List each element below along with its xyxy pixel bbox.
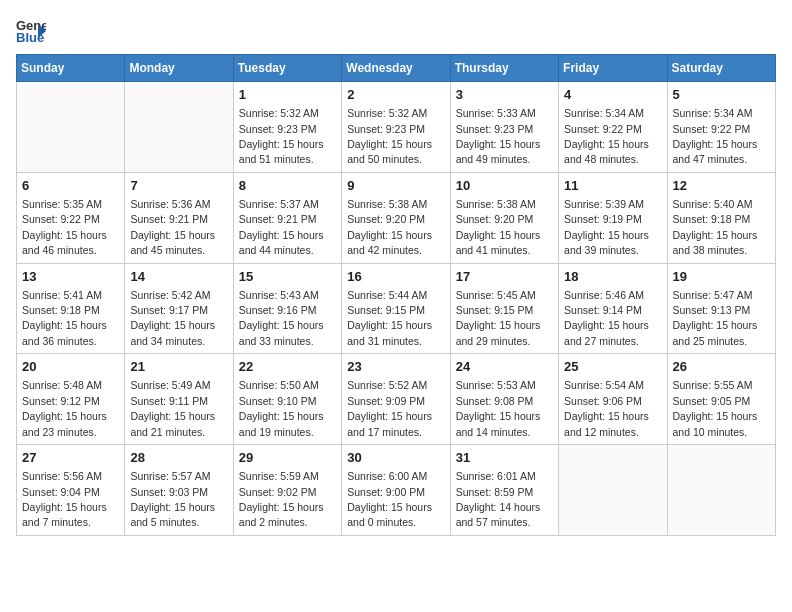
day-info: Sunrise: 5:38 AMSunset: 9:20 PMDaylight:… [347,198,432,256]
day-info: Sunrise: 5:32 AMSunset: 9:23 PMDaylight:… [347,107,432,165]
day-number: 23 [347,358,444,376]
calendar-cell: 21 Sunrise: 5:49 AMSunset: 9:11 PMDaylig… [125,354,233,445]
day-info: Sunrise: 5:59 AMSunset: 9:02 PMDaylight:… [239,470,324,528]
weekday-header-tuesday: Tuesday [233,55,341,82]
weekday-header-wednesday: Wednesday [342,55,450,82]
calendar-cell: 7 Sunrise: 5:36 AMSunset: 9:21 PMDayligh… [125,172,233,263]
day-info: Sunrise: 5:50 AMSunset: 9:10 PMDaylight:… [239,379,324,437]
calendar-cell: 30 Sunrise: 6:00 AMSunset: 9:00 PMDaylig… [342,445,450,536]
calendar-cell: 31 Sunrise: 6:01 AMSunset: 8:59 PMDaylig… [450,445,558,536]
day-number: 12 [673,177,770,195]
day-number: 15 [239,268,336,286]
day-info: Sunrise: 5:34 AMSunset: 9:22 PMDaylight:… [564,107,649,165]
calendar-cell: 3 Sunrise: 5:33 AMSunset: 9:23 PMDayligh… [450,82,558,173]
calendar-cell: 9 Sunrise: 5:38 AMSunset: 9:20 PMDayligh… [342,172,450,263]
weekday-header-monday: Monday [125,55,233,82]
weekday-header-sunday: Sunday [17,55,125,82]
day-info: Sunrise: 5:42 AMSunset: 9:17 PMDaylight:… [130,289,215,347]
day-info: Sunrise: 5:48 AMSunset: 9:12 PMDaylight:… [22,379,107,437]
day-info: Sunrise: 6:01 AMSunset: 8:59 PMDaylight:… [456,470,541,528]
day-number: 1 [239,86,336,104]
day-number: 31 [456,449,553,467]
page-header: General Blue [16,16,776,46]
day-number: 9 [347,177,444,195]
day-info: Sunrise: 5:33 AMSunset: 9:23 PMDaylight:… [456,107,541,165]
day-number: 25 [564,358,661,376]
weekday-header-friday: Friday [559,55,667,82]
calendar-cell: 4 Sunrise: 5:34 AMSunset: 9:22 PMDayligh… [559,82,667,173]
day-info: Sunrise: 5:53 AMSunset: 9:08 PMDaylight:… [456,379,541,437]
calendar-week-5: 27 Sunrise: 5:56 AMSunset: 9:04 PMDaylig… [17,445,776,536]
calendar-cell: 22 Sunrise: 5:50 AMSunset: 9:10 PMDaylig… [233,354,341,445]
day-number: 27 [22,449,119,467]
calendar-cell: 27 Sunrise: 5:56 AMSunset: 9:04 PMDaylig… [17,445,125,536]
day-info: Sunrise: 5:54 AMSunset: 9:06 PMDaylight:… [564,379,649,437]
calendar-cell [125,82,233,173]
calendar-cell: 13 Sunrise: 5:41 AMSunset: 9:18 PMDaylig… [17,263,125,354]
calendar-cell: 20 Sunrise: 5:48 AMSunset: 9:12 PMDaylig… [17,354,125,445]
day-info: Sunrise: 5:47 AMSunset: 9:13 PMDaylight:… [673,289,758,347]
calendar-cell: 10 Sunrise: 5:38 AMSunset: 9:20 PMDaylig… [450,172,558,263]
day-number: 3 [456,86,553,104]
calendar-cell: 19 Sunrise: 5:47 AMSunset: 9:13 PMDaylig… [667,263,775,354]
day-number: 24 [456,358,553,376]
day-info: Sunrise: 5:41 AMSunset: 9:18 PMDaylight:… [22,289,107,347]
calendar-cell [559,445,667,536]
day-number: 14 [130,268,227,286]
day-number: 8 [239,177,336,195]
weekday-header-thursday: Thursday [450,55,558,82]
calendar-cell: 23 Sunrise: 5:52 AMSunset: 9:09 PMDaylig… [342,354,450,445]
calendar-cell: 28 Sunrise: 5:57 AMSunset: 9:03 PMDaylig… [125,445,233,536]
day-info: Sunrise: 5:40 AMSunset: 9:18 PMDaylight:… [673,198,758,256]
day-number: 18 [564,268,661,286]
calendar-week-3: 13 Sunrise: 5:41 AMSunset: 9:18 PMDaylig… [17,263,776,354]
calendar-cell: 1 Sunrise: 5:32 AMSunset: 9:23 PMDayligh… [233,82,341,173]
calendar-cell: 16 Sunrise: 5:44 AMSunset: 9:15 PMDaylig… [342,263,450,354]
day-info: Sunrise: 5:43 AMSunset: 9:16 PMDaylight:… [239,289,324,347]
day-info: Sunrise: 5:32 AMSunset: 9:23 PMDaylight:… [239,107,324,165]
calendar-cell: 18 Sunrise: 5:46 AMSunset: 9:14 PMDaylig… [559,263,667,354]
calendar-cell: 6 Sunrise: 5:35 AMSunset: 9:22 PMDayligh… [17,172,125,263]
weekday-header-saturday: Saturday [667,55,775,82]
day-number: 16 [347,268,444,286]
calendar-cell: 25 Sunrise: 5:54 AMSunset: 9:06 PMDaylig… [559,354,667,445]
day-info: Sunrise: 5:38 AMSunset: 9:20 PMDaylight:… [456,198,541,256]
calendar-header-row: SundayMondayTuesdayWednesdayThursdayFrid… [17,55,776,82]
calendar-cell [667,445,775,536]
calendar-cell: 2 Sunrise: 5:32 AMSunset: 9:23 PMDayligh… [342,82,450,173]
calendar-table: SundayMondayTuesdayWednesdayThursdayFrid… [16,54,776,536]
day-number: 7 [130,177,227,195]
day-number: 28 [130,449,227,467]
day-info: Sunrise: 5:35 AMSunset: 9:22 PMDaylight:… [22,198,107,256]
calendar-cell: 29 Sunrise: 5:59 AMSunset: 9:02 PMDaylig… [233,445,341,536]
day-number: 5 [673,86,770,104]
day-number: 10 [456,177,553,195]
calendar-cell [17,82,125,173]
day-info: Sunrise: 5:39 AMSunset: 9:19 PMDaylight:… [564,198,649,256]
day-info: Sunrise: 5:44 AMSunset: 9:15 PMDaylight:… [347,289,432,347]
day-number: 2 [347,86,444,104]
calendar-cell: 12 Sunrise: 5:40 AMSunset: 9:18 PMDaylig… [667,172,775,263]
day-number: 26 [673,358,770,376]
logo-icon: General Blue [16,16,46,46]
day-info: Sunrise: 5:55 AMSunset: 9:05 PMDaylight:… [673,379,758,437]
day-info: Sunrise: 5:34 AMSunset: 9:22 PMDaylight:… [673,107,758,165]
day-number: 19 [673,268,770,286]
calendar-cell: 24 Sunrise: 5:53 AMSunset: 9:08 PMDaylig… [450,354,558,445]
day-info: Sunrise: 5:37 AMSunset: 9:21 PMDaylight:… [239,198,324,256]
day-info: Sunrise: 5:57 AMSunset: 9:03 PMDaylight:… [130,470,215,528]
day-info: Sunrise: 5:52 AMSunset: 9:09 PMDaylight:… [347,379,432,437]
day-info: Sunrise: 5:45 AMSunset: 9:15 PMDaylight:… [456,289,541,347]
calendar-cell: 14 Sunrise: 5:42 AMSunset: 9:17 PMDaylig… [125,263,233,354]
calendar-week-4: 20 Sunrise: 5:48 AMSunset: 9:12 PMDaylig… [17,354,776,445]
day-number: 20 [22,358,119,376]
day-number: 17 [456,268,553,286]
day-info: Sunrise: 5:46 AMSunset: 9:14 PMDaylight:… [564,289,649,347]
day-info: Sunrise: 5:56 AMSunset: 9:04 PMDaylight:… [22,470,107,528]
day-number: 29 [239,449,336,467]
day-info: Sunrise: 5:36 AMSunset: 9:21 PMDaylight:… [130,198,215,256]
day-number: 11 [564,177,661,195]
day-number: 21 [130,358,227,376]
calendar-week-1: 1 Sunrise: 5:32 AMSunset: 9:23 PMDayligh… [17,82,776,173]
calendar-cell: 15 Sunrise: 5:43 AMSunset: 9:16 PMDaylig… [233,263,341,354]
